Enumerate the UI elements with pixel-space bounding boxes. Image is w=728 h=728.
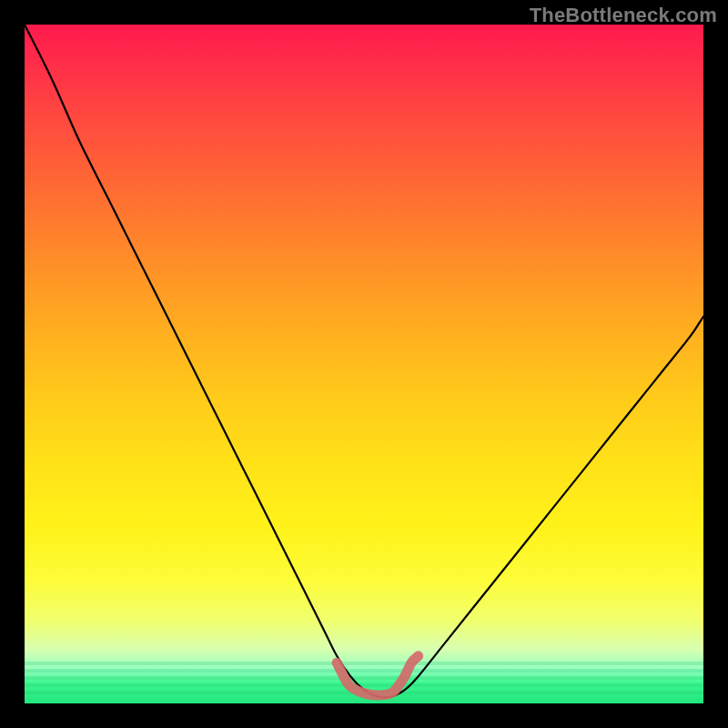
watermark-text: TheBottleneck.com [530,4,717,27]
series-bottleneck-curve [25,25,703,697]
chart-svg [25,25,703,703]
chart-frame: TheBottleneck.com [0,0,728,728]
plot-area [25,25,703,703]
